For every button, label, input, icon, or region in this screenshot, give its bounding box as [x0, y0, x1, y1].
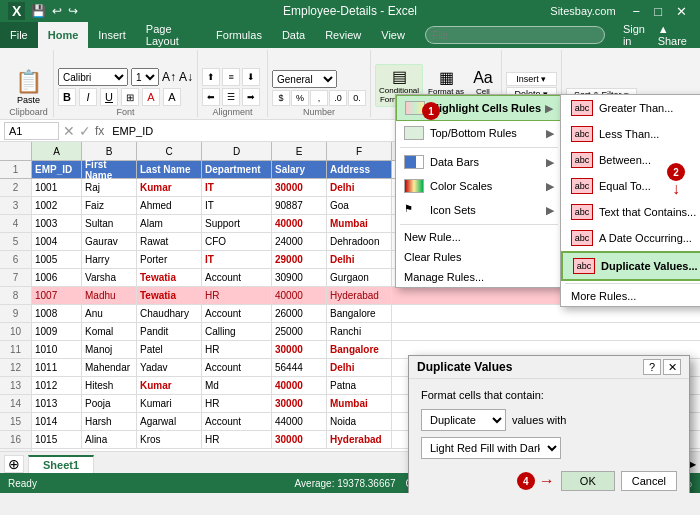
cell-fn[interactable]: Pooja — [82, 395, 137, 413]
cell-dept-account[interactable]: Account — [202, 413, 272, 431]
submenu-item-less[interactable]: abc Less Than... — [561, 121, 700, 147]
col-header-f[interactable]: F — [327, 142, 392, 160]
cell-dept[interactable]: HR — [202, 395, 272, 413]
align-left-button[interactable]: ⬅ — [202, 88, 220, 106]
cell-emp[interactable]: 1006 — [32, 269, 82, 287]
cell-ln[interactable]: Rawat — [137, 233, 202, 251]
cell-emp[interactable]: 1003 — [32, 215, 82, 233]
currency-button[interactable]: $ — [272, 90, 290, 106]
qat-redo[interactable]: ↪ — [68, 4, 78, 18]
font-shrink-icon[interactable]: A↓ — [179, 70, 193, 84]
cell-emp[interactable]: 1002 — [32, 197, 82, 215]
cell-fn[interactable]: Raj — [82, 179, 137, 197]
cell-addr[interactable]: Mumbai — [327, 215, 392, 233]
italic-button[interactable]: I — [79, 88, 97, 106]
cell-fn[interactable]: Faiz — [82, 197, 137, 215]
cell-fn[interactable]: Gaurav — [82, 233, 137, 251]
name-box[interactable] — [4, 122, 59, 140]
col-header-d[interactable]: D — [202, 142, 272, 160]
underline-button[interactable]: U — [100, 88, 118, 106]
sheet-tab-1[interactable]: Sheet1 — [28, 455, 94, 473]
add-sheet-button[interactable]: ⊕ — [4, 455, 24, 473]
cell-dept[interactable]: IT — [202, 197, 272, 215]
cell-fn[interactable]: Alina — [82, 431, 137, 449]
tab-file[interactable]: File — [0, 22, 38, 48]
cell-fn[interactable]: Madhu — [82, 287, 137, 305]
cell-addr[interactable]: Hyderabad — [327, 287, 392, 305]
tab-home[interactable]: Home — [38, 22, 89, 48]
font-family-select[interactable]: Calibri — [58, 68, 128, 86]
menu-item-highlight-cells[interactable]: Highlight Cells Rules ▶ — [396, 95, 562, 121]
cell-addr[interactable]: Dehradoon — [327, 233, 392, 251]
cell-addr[interactable]: Patna — [327, 377, 392, 395]
cell-dept-calling[interactable]: Calling — [202, 323, 272, 341]
cell-emp[interactable]: 1013 — [32, 395, 82, 413]
cell-dept[interactable]: IT — [202, 179, 272, 197]
cell-addr[interactable]: Hyderabad — [327, 431, 392, 449]
tab-insert[interactable]: Insert — [88, 22, 136, 48]
col-header-b[interactable]: B — [82, 142, 137, 160]
tab-pagelayout[interactable]: Page Layout — [136, 22, 206, 48]
submenu-item-text-contains[interactable]: abc Text that Contains... — [561, 199, 700, 225]
submenu-item-duplicate[interactable]: abc Duplicate Values... — [561, 251, 700, 281]
cell-fn[interactable]: Komal — [82, 323, 137, 341]
bold-button[interactable]: B — [58, 88, 76, 106]
cell-addr[interactable]: Bangalore — [327, 305, 392, 323]
menu-item-new-rule[interactable]: New Rule... — [396, 227, 562, 247]
comma-button[interactable]: , — [310, 90, 328, 106]
cell-sal[interactable]: 29000 — [272, 251, 327, 269]
cell-dept-account[interactable]: Account — [202, 269, 272, 287]
menu-item-data-bars[interactable]: Data Bars ▶ — [396, 150, 562, 174]
tab-formulas[interactable]: Formulas — [206, 22, 272, 48]
cell-ln[interactable]: Porter — [137, 251, 202, 269]
menu-item-clear-rules[interactable]: Clear Rules — [396, 247, 562, 267]
cell-addr[interactable]: Noida — [327, 413, 392, 431]
cell-dept-account[interactable]: Account — [202, 305, 272, 323]
font-color-button[interactable]: A — [163, 88, 181, 106]
close-button[interactable]: ✕ — [671, 4, 692, 19]
insert-button[interactable]: Insert ▾ — [506, 72, 557, 86]
dialog-close-button[interactable]: ✕ — [663, 359, 681, 375]
fill-color-button[interactable]: A — [142, 88, 160, 106]
cell-addr[interactable]: Bangalore — [327, 341, 392, 359]
cell-ln[interactable]: Ahmed — [137, 197, 202, 215]
cell-dept[interactable]: Support — [202, 215, 272, 233]
cell-addr[interactable]: Mumbai — [327, 395, 392, 413]
cell-addr[interactable]: Ranchi — [327, 323, 392, 341]
cell-dept[interactable]: IT — [202, 251, 272, 269]
submenu-item-date[interactable]: abc A Date Occurring... 3 — [561, 225, 700, 251]
qat-save[interactable]: 💾 — [31, 4, 46, 18]
cell-fn[interactable]: Manoj — [82, 341, 137, 359]
cell-sal[interactable]: 40000 — [272, 377, 327, 395]
menu-item-color-scales[interactable]: Color Scales ▶ — [396, 174, 562, 198]
menu-item-top-bottom[interactable]: Top/Bottom Rules ▶ — [396, 121, 562, 145]
col-header-a[interactable]: A — [32, 142, 82, 160]
cell-addr[interactable]: Goa — [327, 197, 392, 215]
cell-emp[interactable]: 1010 — [32, 341, 82, 359]
cell-sal[interactable]: 40000 — [272, 287, 327, 305]
cell-emp[interactable]: 1007 — [32, 287, 82, 305]
share-button[interactable]: ▲ Share — [658, 23, 692, 47]
cell-ln[interactable]: Tewatia — [137, 269, 202, 287]
tab-data[interactable]: Data — [272, 22, 315, 48]
cell-sal[interactable]: 26000 — [272, 305, 327, 323]
cell-emp[interactable]: 1004 — [32, 233, 82, 251]
cell-ln[interactable]: Alam — [137, 215, 202, 233]
cell-sal[interactable]: 56444 — [272, 359, 327, 377]
align-right-button[interactable]: ➡ — [242, 88, 260, 106]
border-button[interactable]: ⊞ — [121, 88, 139, 106]
qat-undo[interactable]: ↩ — [52, 4, 62, 18]
submenu-item-greater[interactable]: abc Greater Than... — [561, 95, 700, 121]
cell-ln[interactable]: Tewatia — [137, 287, 202, 305]
tell-me-input[interactable] — [425, 26, 605, 44]
percent-button[interactable]: % — [291, 90, 309, 106]
cell-fn[interactable]: Sultan — [82, 215, 137, 233]
cell-ln[interactable]: Pandit — [137, 323, 202, 341]
cell-ln[interactable]: Kumar — [137, 377, 202, 395]
cell-addr[interactable]: Delhi — [327, 251, 392, 269]
cell-fn[interactable]: Mahendar — [82, 359, 137, 377]
cell-fn[interactable]: Hitesh — [82, 377, 137, 395]
dialog-question-icon[interactable]: ? — [643, 359, 661, 375]
signin-link[interactable]: Sign in — [623, 23, 650, 47]
cell-sal[interactable]: 24000 — [272, 233, 327, 251]
